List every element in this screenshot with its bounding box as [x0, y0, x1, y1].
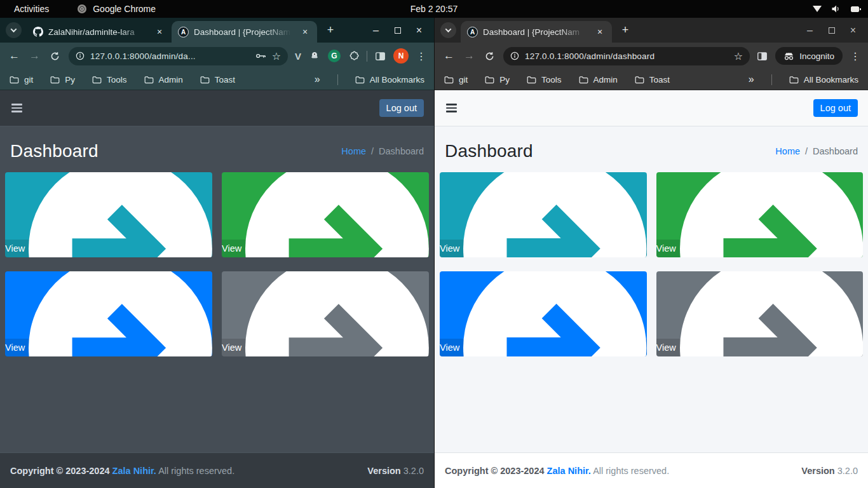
tab-github-repo[interactable]: ZalaNihir/adminlte-lara × — [26, 21, 172, 43]
view-link[interactable]: View — [222, 339, 429, 356]
new-tab-button[interactable]: + — [322, 22, 339, 39]
stat-card-total-collections: 0 Total Collections View — [656, 271, 864, 356]
author-link[interactable]: Zala Nihir. — [112, 466, 156, 476]
bookmark-folder-py[interactable]: Py — [50, 75, 75, 85]
folder-icon — [50, 76, 60, 84]
menu-kebab-icon[interactable]: ⋮ — [850, 50, 860, 62]
side-panel-icon[interactable] — [757, 51, 768, 61]
bookmark-folder-admin[interactable]: Admin — [144, 75, 183, 85]
bookmarks-overflow-icon[interactable]: » — [315, 74, 320, 85]
stat-card-total-products: 0 Total Products View — [5, 271, 212, 356]
view-label: View — [440, 342, 459, 353]
app-indicator[interactable]: Google Chrome — [77, 4, 156, 14]
sidebar-toggle-icon[interactable] — [10, 101, 24, 115]
folder-icon — [527, 76, 536, 84]
tab-strip: A Dashboard | {ProjectNam × + – × — [435, 18, 868, 43]
sidebar-toggle-icon[interactable] — [445, 101, 458, 115]
site-info-icon[interactable] — [510, 51, 519, 60]
vimium-extension-icon[interactable]: V — [295, 51, 301, 62]
view-link[interactable]: View — [440, 240, 647, 257]
minimize-button[interactable]: – — [371, 25, 381, 35]
bookmark-folder-git[interactable]: git — [10, 75, 33, 85]
bookmark-folder-py[interactable]: Py — [485, 75, 510, 85]
view-link[interactable]: View — [5, 240, 212, 257]
battery-icon[interactable] — [851, 6, 859, 12]
password-key-icon[interactable] — [255, 52, 266, 60]
volume-icon[interactable] — [831, 4, 841, 13]
close-button[interactable]: × — [414, 25, 424, 35]
tab-close-icon[interactable]: × — [154, 26, 165, 37]
view-link[interactable]: View — [656, 240, 864, 257]
tab-search-button[interactable] — [6, 22, 22, 38]
arrow-circle-right-icon — [463, 172, 646, 257]
bookmark-label: git — [459, 75, 468, 85]
view-link[interactable]: View — [5, 339, 212, 356]
octopus-extension-icon[interactable] — [309, 50, 320, 62]
bookmark-label: Toast — [649, 75, 670, 85]
author-link[interactable]: Zala Nihir. — [547, 466, 591, 476]
reload-icon — [485, 51, 494, 61]
menu-kebab-icon[interactable]: ⋮ — [416, 50, 426, 62]
tab-close-icon[interactable]: × — [299, 26, 311, 37]
clock[interactable]: Feb 2 20:57 — [410, 4, 458, 14]
stat-card-total-categories: 0 Total Categories View — [222, 172, 429, 257]
maximize-button[interactable] — [827, 25, 836, 35]
breadcrumb-home-link[interactable]: Home — [341, 146, 366, 156]
view-link[interactable]: View — [656, 339, 864, 356]
bookmark-folder-git[interactable]: git — [444, 75, 468, 85]
copyright-years: Copyright © 2023-2024 — [445, 466, 545, 476]
bookmarks-overflow-icon[interactable]: » — [749, 74, 754, 85]
url-text[interactable]: 127.0.0.1:8000/admin/da... — [90, 51, 250, 61]
breadcrumb-home-link[interactable]: Home — [775, 146, 800, 156]
bookmark-label: Toast — [215, 75, 235, 85]
forward-button[interactable]: → — [26, 48, 43, 65]
view-label: View — [656, 342, 676, 353]
logout-button[interactable]: Log out — [379, 99, 424, 117]
bookmark-folder-toast[interactable]: Toast — [200, 75, 235, 85]
wifi-icon[interactable] — [813, 6, 822, 12]
back-button[interactable]: ← — [440, 48, 458, 65]
bookmarks-bar: git Py Tools Admin Toast » All Bookmarks — [0, 69, 434, 90]
bookmark-label: Py — [65, 75, 75, 85]
dashboard-page-dark: Log out Dashboard Home / Dashboard 3 Tot… — [0, 90, 434, 488]
reload-button[interactable] — [46, 48, 64, 65]
logout-button[interactable]: Log out — [813, 99, 858, 117]
side-panel-icon[interactable] — [375, 51, 386, 61]
close-button[interactable]: × — [848, 25, 858, 35]
chevron-down-icon — [445, 26, 452, 32]
bookmark-folder-tools[interactable]: Tools — [92, 75, 127, 85]
bookmark-star-icon[interactable]: ☆ — [734, 50, 743, 62]
bookmark-folder-admin[interactable]: Admin — [579, 75, 618, 85]
maximize-button[interactable] — [393, 25, 402, 35]
site-info-icon[interactable] — [76, 51, 85, 60]
all-bookmarks-button[interactable]: All Bookmarks — [355, 75, 424, 85]
arrow-circle-right-icon — [680, 172, 863, 257]
bookmark-label: All Bookmarks — [804, 75, 858, 85]
view-link[interactable]: View — [222, 240, 429, 257]
address-bar[interactable]: 127.0.0.1:8000/admin/dashboard ☆ — [503, 47, 750, 65]
forward-button[interactable]: → — [461, 48, 478, 65]
bookmark-folder-tools[interactable]: Tools — [527, 75, 562, 85]
address-bar[interactable]: 127.0.0.1:8000/admin/da... ☆ — [69, 47, 288, 65]
activities-button[interactable]: Activities — [14, 4, 49, 14]
view-link[interactable]: View — [440, 339, 647, 356]
url-text[interactable]: 127.0.0.1:8000/admin/dashboard — [525, 51, 728, 61]
grammarly-extension-icon[interactable]: G — [328, 50, 341, 62]
tab-dashboard[interactable]: A Dashboard | {ProjectNam × — [461, 21, 612, 43]
tab-close-icon[interactable]: × — [594, 26, 606, 37]
stat-cards-grid: 3 Total Users View 0 Total Categories Vi… — [0, 170, 434, 356]
tab-dashboard[interactable]: A Dashboard | {ProjectNam × — [172, 21, 317, 43]
minimize-button[interactable]: – — [805, 25, 815, 35]
bookmark-star-icon[interactable]: ☆ — [272, 50, 281, 62]
new-tab-button[interactable]: + — [617, 22, 634, 39]
bookmark-folder-toast[interactable]: Toast — [635, 75, 670, 85]
extensions-puzzle-icon[interactable] — [348, 51, 359, 62]
back-button[interactable]: ← — [6, 48, 23, 65]
tab-title: Dashboard | {ProjectNam — [483, 27, 589, 37]
profile-avatar[interactable]: N — [393, 48, 409, 64]
reload-button[interactable] — [481, 48, 498, 65]
toolbar-divider — [367, 51, 367, 62]
view-label: View — [656, 243, 676, 254]
tab-search-button[interactable] — [440, 22, 456, 38]
all-bookmarks-button[interactable]: All Bookmarks — [789, 75, 858, 85]
